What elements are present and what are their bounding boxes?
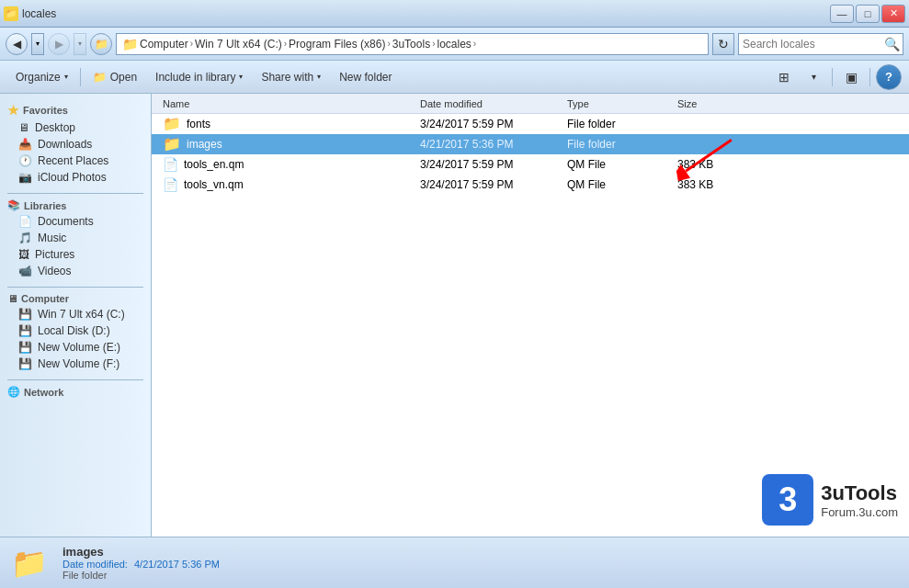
forward-button[interactable]: ▶	[48, 33, 70, 55]
organize-label: Organize	[16, 71, 61, 84]
view-chevron[interactable]: ▾	[801, 64, 826, 90]
music-icon: 🎵	[18, 232, 32, 244]
view-separator	[832, 68, 833, 86]
status-info: images Date modified: 4/21/2017 5:36 PM …	[62, 545, 220, 581]
folder-icon: 📁	[122, 37, 138, 51]
back-button[interactable]: ◀	[6, 33, 28, 55]
forward-dropdown[interactable]: ▾	[74, 33, 86, 55]
file-name: tools_en.qm	[184, 158, 244, 171]
status-detail: Date modified: 4/21/2017 5:36 PM	[62, 559, 220, 570]
downloads-icon: 📥	[18, 138, 32, 151]
up-button[interactable]: 📁	[90, 33, 112, 55]
favorites-header[interactable]: ★ Favorites	[0, 101, 151, 119]
back-dropdown[interactable]: ▾	[31, 33, 44, 55]
file-date: 3/24/2017 5:59 PM	[413, 118, 560, 130]
include-label: Include in library	[155, 71, 235, 84]
breadcrumb-item-computer[interactable]: 📁 Computer ›	[122, 37, 193, 51]
breadcrumb-drive[interactable]: Win 7 Ult x64 (C:)	[195, 38, 282, 51]
file-name: fonts	[187, 118, 210, 130]
open-button[interactable]: 📁 Open	[85, 64, 145, 90]
main-area: ★ Favorites 🖥 Desktop 📥 Downloads 🕐 Rece…	[0, 94, 909, 537]
sidebar-videos-label: Videos	[38, 265, 71, 277]
table-row[interactable]: 📁 images 4/21/2017 5:36 PM File folder	[152, 134, 909, 154]
preview-pane-button[interactable]: ▣	[838, 64, 864, 90]
view-options-button[interactable]: ⊞	[771, 64, 797, 90]
table-row[interactable]: 📁 fonts 3/24/2017 5:59 PM File folder	[152, 114, 909, 134]
file-list: Name Date modified Type Size 📁 fonts 3	[152, 94, 909, 537]
network-header[interactable]: 🌐 Network	[0, 384, 151, 400]
sidebar-icloud-label: iCloud Photos	[38, 171, 107, 184]
include-in-library-button[interactable]: Include in library ▾	[147, 64, 251, 90]
col-type-label: Type	[567, 98, 589, 109]
sep2: ›	[284, 39, 287, 49]
status-folder-icon: 📁	[11, 546, 48, 581]
sidebar-item-d-drive[interactable]: 💾 Local Disk (D:)	[0, 322, 151, 339]
status-type: File folder	[62, 570, 220, 581]
file-date: 3/24/2017 5:59 PM	[413, 178, 560, 191]
pictures-icon: 🖼	[18, 248, 29, 261]
sidebar-documents-label: Documents	[38, 215, 94, 228]
organize-button[interactable]: Organize ▾	[7, 64, 76, 90]
libraries-label: Libraries	[24, 200, 66, 211]
libraries-section: 📚 Libraries 📄 Documents 🎵 Music 🖼 Pictur…	[0, 198, 151, 279]
sep3: ›	[387, 39, 390, 49]
file-name: tools_vn.qm	[184, 178, 244, 191]
sidebar-item-documents[interactable]: 📄 Documents	[0, 213, 151, 230]
maximize-button[interactable]: □	[856, 5, 880, 23]
computer-section: 🖥 Computer 💾 Win 7 Ult x64 (C:) 💾 Local …	[0, 291, 151, 372]
column-header-type[interactable]: Type	[560, 98, 670, 109]
sidebar-item-c-drive[interactable]: 💾 Win 7 Ult x64 (C:)	[0, 306, 151, 322]
search-input[interactable]	[743, 38, 881, 51]
videos-icon: 📹	[18, 265, 32, 277]
window-title: locales	[22, 7, 56, 20]
breadcrumb-item-programfiles[interactable]: Program Files (x86) ›	[289, 38, 391, 51]
share-with-button[interactable]: Share with ▾	[253, 64, 329, 90]
sidebar-item-downloads[interactable]: 📥 Downloads	[0, 136, 151, 153]
sidebar-item-f-drive[interactable]: 💾 New Volume (F:)	[0, 356, 151, 372]
sidebar-e-drive-label: New Volume (E:)	[38, 341, 120, 354]
refresh-button[interactable]: ↻	[712, 33, 734, 55]
search-box[interactable]: 🔍	[738, 33, 903, 55]
sidebar-item-videos[interactable]: 📹 Videos	[0, 263, 151, 279]
minimize-button[interactable]: —	[830, 5, 854, 23]
breadcrumb[interactable]: 📁 Computer › Win 7 Ult x64 (C:) › Progra…	[116, 33, 709, 55]
table-row[interactable]: 📄 tools_vn.qm 3/24/2017 5:59 PM QM File …	[152, 175, 909, 195]
computer-header[interactable]: 🖥 Computer	[0, 291, 151, 306]
sidebar-item-e-drive[interactable]: 💾 New Volume (E:)	[0, 339, 151, 356]
c-drive-icon: 💾	[18, 308, 32, 321]
column-header-size[interactable]: Size	[670, 98, 762, 109]
status-date-label: Date modified:	[62, 559, 128, 570]
breadcrumb-3utools[interactable]: 3uTools	[392, 38, 430, 51]
open-icon: 📁	[93, 71, 107, 84]
sidebar-divider-1	[7, 193, 143, 194]
column-header-date[interactable]: Date modified	[413, 98, 560, 109]
d-drive-icon: 💾	[18, 324, 32, 337]
sidebar-item-recent-places[interactable]: 🕐 Recent Places	[0, 153, 151, 169]
network-section: 🌐 Network	[0, 384, 151, 400]
file-list-header: Name Date modified Type Size	[152, 94, 909, 114]
breadcrumb-programfiles[interactable]: Program Files (x86)	[289, 38, 385, 51]
libraries-header[interactable]: 📚 Libraries	[0, 198, 151, 213]
column-header-name[interactable]: Name	[155, 98, 413, 109]
sidebar-item-icloud-photos[interactable]: 📷 iCloud Photos	[0, 169, 151, 186]
recent-icon: 🕐	[18, 154, 32, 167]
sep5: ›	[473, 39, 476, 49]
organize-chevron: ▾	[64, 73, 68, 81]
breadcrumb-item-drive[interactable]: Win 7 Ult x64 (C:) ›	[195, 38, 287, 51]
documents-icon: 📄	[18, 215, 32, 228]
new-folder-button[interactable]: New folder	[331, 64, 400, 90]
close-button[interactable]: ✕	[881, 5, 905, 23]
breadcrumb-item-locales[interactable]: locales ›	[437, 38, 476, 51]
new-folder-label: New folder	[339, 71, 392, 84]
toolbar: Organize ▾ 📁 Open Include in library ▾ S…	[0, 61, 909, 94]
table-row[interactable]: 📄 tools_en.qm 3/24/2017 5:59 PM QM File …	[152, 154, 909, 175]
sidebar-item-desktop[interactable]: 🖥 Desktop	[0, 119, 151, 136]
file-name: images	[187, 138, 222, 151]
breadcrumb-item-3utools[interactable]: 3uTools ›	[392, 38, 436, 51]
sidebar-item-pictures[interactable]: 🖼 Pictures	[0, 246, 151, 263]
help-button[interactable]: ?	[876, 64, 902, 90]
breadcrumb-locales[interactable]: locales	[437, 38, 471, 51]
sidebar-item-music[interactable]: 🎵 Music	[0, 230, 151, 246]
status-date-value: 4/21/2017 5:36 PM	[134, 559, 220, 570]
breadcrumb-computer[interactable]: Computer	[140, 38, 188, 51]
